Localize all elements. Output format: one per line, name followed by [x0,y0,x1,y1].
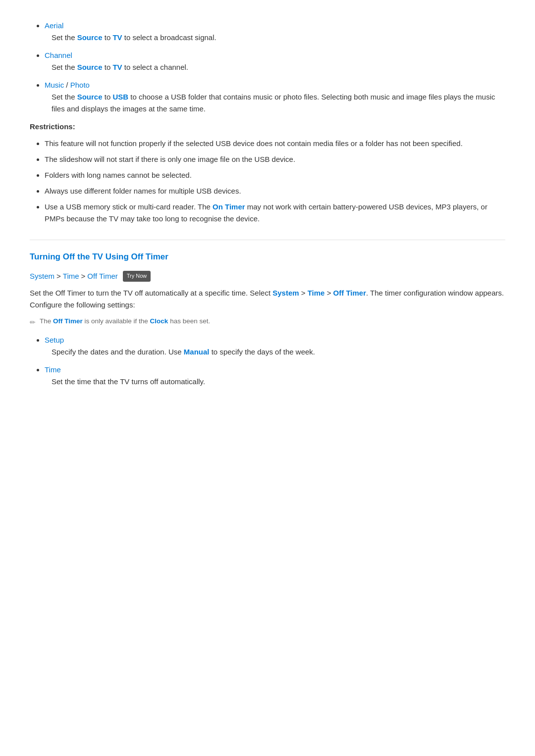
main-description: Set the Off Timer to turn the TV off aut… [30,287,505,311]
time-label: Time [45,365,61,374]
time-section: Time Set the time that the TV turns off … [30,364,505,388]
restriction-item-5: Use a USB memory stick or multi-card rea… [45,201,505,225]
breadcrumb: System > Time > Off Timer Try Now [30,270,505,282]
music-label: Music [45,81,64,89]
setup-label: Setup [45,336,64,344]
pencil-icon: ✏ [30,317,36,328]
try-now-badge[interactable]: Try Now [123,271,151,282]
time-item: Time Set the time that the TV turns off … [45,364,505,388]
setup-section: Setup Specify the dates and the duration… [30,334,505,358]
music-photo-usb: USB [112,93,128,101]
aerial-tv: TV [112,33,122,42]
music-photo-source: Source [77,93,103,101]
music-photo-desc: Set the Source to USB to choose a USB fo… [45,91,505,115]
aerial-source: Source [77,33,103,42]
aerial-label: Aerial [45,21,63,30]
channel-section: Channel Set the Source to TV to select a… [30,50,505,73]
section-title: Turning Off the TV Using Off Timer [30,250,505,263]
channel-item: Channel Set the Source to TV to select a… [45,50,505,73]
photo-label: Photo [70,81,90,89]
channel-desc: Set the Source to TV to select a channel… [45,61,505,73]
channel-tv: TV [112,63,122,71]
restriction-item-3: Folders with long names cannot be select… [45,169,505,181]
note-text: The Off Timer is only available if the C… [40,316,210,327]
music-photo-item: Music / Photo Set the Source to USB to c… [45,79,505,115]
breadcrumb-off-timer: Off Timer [87,270,117,282]
channel-source: Source [77,63,103,71]
setup-manual: Manual [184,348,210,356]
on-timer-link: On Timer [213,202,245,211]
note-row: ✏ The Off Timer is only available if the… [30,316,505,328]
restrictions-heading: Restrictions: [30,121,505,133]
restriction-item-1: This feature will not function properly … [45,138,505,150]
time-desc: Set the time that the TV turns off autom… [45,376,505,388]
restriction-item-4: Always use different folder names for mu… [45,185,505,197]
breadcrumb-system: System [30,270,54,282]
breadcrumb-time: Time [63,270,79,282]
aerial-item: Aerial Set the Source to TV to select a … [45,20,505,44]
setup-desc: Specify the dates and the duration. Use … [45,346,505,358]
desc-system: System [272,289,299,297]
aerial-section: Aerial Set the Source to TV to select a … [30,20,505,44]
desc-time: Time [308,289,325,297]
note-off-timer: Off Timer [53,317,83,325]
aerial-desc: Set the Source to TV to select a broadca… [45,32,505,44]
channel-label: Channel [45,51,72,59]
section-divider [30,240,505,240]
music-photo-section: Music / Photo Set the Source to USB to c… [30,79,505,115]
restrictions-list: This feature will not function properly … [30,138,505,225]
setup-item: Setup Specify the dates and the duration… [45,334,505,358]
desc-off-timer: Off Timer [333,289,366,297]
restriction-item-2: The slideshow will not start if there is… [45,153,505,165]
note-clock: Clock [150,317,168,325]
